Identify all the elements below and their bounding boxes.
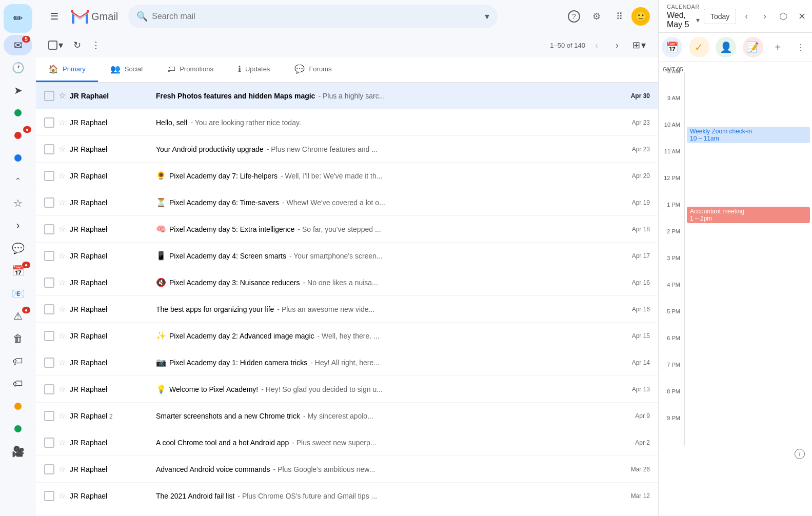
star-button[interactable]: ☆: [58, 277, 66, 287]
avatar[interactable]: 🙂: [631, 7, 650, 26]
email-row[interactable]: ☆ JR Raphael ⏳ Pixel Academy day 6: Time…: [36, 189, 658, 216]
star-button[interactable]: ☆: [58, 224, 66, 234]
star-button[interactable]: ☆: [58, 91, 66, 101]
tab-social[interactable]: 👥 Social: [98, 57, 155, 82]
email-row[interactable]: ☆ JR Raphael Hello, self - You are looki…: [36, 109, 658, 136]
email-row[interactable]: ☆ JR Raphael 🌻 Pixel Academy day 7: Life…: [36, 163, 658, 189]
sidebar-item-label-blue[interactable]: [4, 148, 32, 168]
settings-button[interactable]: ⚙: [586, 6, 607, 27]
sidebar-item-inbox[interactable]: ✉ 5: [4, 35, 32, 55]
star-button[interactable]: ☆: [58, 251, 66, 261]
email-checkbox[interactable]: [44, 464, 54, 474]
email-checkbox[interactable]: [44, 438, 54, 448]
search-input[interactable]: [152, 12, 481, 21]
email-row[interactable]: ☆ JR Raphael The 2021 Android fail list …: [36, 483, 658, 509]
sidebar-item-important[interactable]: ›: [4, 215, 32, 236]
email-checkbox[interactable]: [44, 491, 54, 501]
hamburger-button[interactable]: ☰: [44, 6, 65, 27]
calendar-add-button[interactable]: +: [769, 39, 786, 55]
email-row[interactable]: ☆ JR Raphael 🔇 Pixel Academy day 3: Nuis…: [36, 269, 658, 296]
search-dropdown-icon[interactable]: ▾: [485, 11, 489, 22]
calendar-date-dropdown-icon[interactable]: ▾: [696, 16, 700, 24]
sidebar-item-trash[interactable]: 🗑: [4, 328, 32, 349]
calendar-event[interactable]: Weekly Zoom check-in 10 – 11am: [687, 127, 810, 143]
calendar-next-button[interactable]: ›: [757, 8, 773, 25]
sidebar-item-label-green[interactable]: [4, 103, 32, 123]
sidebar-item-scheduled[interactable]: 📅 ●: [4, 261, 32, 281]
sidebar-item-all[interactable]: 📧: [4, 283, 32, 304]
email-checkbox[interactable]: [44, 384, 54, 394]
sidebar-item-sent[interactable]: ➤: [4, 80, 32, 101]
email-row[interactable]: ☆ JR Raphael 🧠 Pixel Academy day 5: Extr…: [36, 216, 658, 243]
star-button[interactable]: ☆: [58, 117, 66, 127]
email-checkbox[interactable]: [44, 117, 54, 128]
star-button[interactable]: ☆: [58, 331, 66, 341]
star-button[interactable]: ☆: [58, 304, 66, 314]
view-button[interactable]: ⊞ ▾: [628, 36, 650, 54]
sidebar-item-chat[interactable]: 💬: [4, 238, 32, 259]
email-checkbox[interactable]: [44, 224, 54, 234]
notes-app-icon[interactable]: 📝: [743, 37, 763, 57]
today-button[interactable]: Today: [704, 9, 736, 24]
refresh-button[interactable]: ↻: [69, 36, 85, 54]
tab-promotions[interactable]: 🏷 Promotions: [155, 57, 226, 82]
sidebar-item-spam[interactable]: ⚠ ●: [4, 306, 32, 326]
tasks-app-icon[interactable]: ✓: [689, 37, 709, 57]
sidebar-item-video[interactable]: 🎥: [4, 441, 32, 462]
people-app-icon[interactable]: 👤: [716, 37, 736, 57]
star-button[interactable]: ☆: [58, 411, 66, 421]
email-checkbox[interactable]: [44, 411, 54, 421]
email-checkbox[interactable]: [44, 171, 54, 181]
email-checkbox[interactable]: [44, 251, 54, 261]
email-row[interactable]: ☆ JR Raphael Fresh Photos features and h…: [36, 83, 658, 109]
sidebar-item-label-green2[interactable]: [4, 419, 32, 439]
star-button[interactable]: ☆: [58, 197, 66, 207]
calendar-prev-button[interactable]: ‹: [738, 8, 755, 25]
email-row[interactable]: ☆ JR Raphael 2 Smarter screenshots and a…: [36, 403, 658, 429]
tab-forums[interactable]: 💬 Forums: [282, 57, 344, 82]
star-button[interactable]: ☆: [58, 144, 66, 154]
sidebar-item-starred[interactable]: ☆: [4, 193, 32, 213]
sidebar-item-label-red[interactable]: ●: [4, 125, 32, 146]
calendar-close-button[interactable]: ✕: [794, 8, 810, 25]
calendar-info-button[interactable]: i: [791, 446, 808, 462]
star-button[interactable]: ☆: [58, 384, 66, 394]
star-button[interactable]: ☆: [58, 464, 66, 474]
calendar-open-external-button[interactable]: ⬡: [775, 8, 791, 25]
email-checkbox[interactable]: [44, 144, 54, 154]
email-checkbox[interactable]: [44, 331, 54, 341]
email-row[interactable]: ☆ JR Raphael 💡 Welcome to Pixel Academy!…: [36, 376, 658, 403]
star-button[interactable]: ☆: [58, 438, 66, 447]
email-row[interactable]: ☆ JR Raphael 📱 Pixel Academy day 4: Scre…: [36, 243, 658, 269]
email-checkbox[interactable]: [44, 277, 54, 288]
star-button[interactable]: ☆: [58, 171, 66, 181]
calendar-app-icon[interactable]: 📅: [662, 37, 682, 57]
email-checkbox[interactable]: [44, 358, 54, 368]
email-checkbox[interactable]: [44, 304, 54, 314]
select-all-button[interactable]: ▾: [44, 36, 67, 54]
email-row[interactable]: ☆ JR Raphael The best apps for organizin…: [36, 296, 658, 323]
email-checkbox[interactable]: [44, 197, 54, 208]
next-page-button[interactable]: ›: [608, 36, 626, 54]
star-button[interactable]: ☆: [58, 491, 66, 501]
email-row[interactable]: ☆ JR Raphael A cool Chrome tool and a ho…: [36, 429, 658, 456]
sidebar-item-tag2[interactable]: 🏷: [4, 373, 32, 394]
sidebar-item-collapse[interactable]: ⌃: [4, 170, 32, 191]
more-options-button[interactable]: ⋮: [87, 36, 105, 54]
star-button[interactable]: ☆: [58, 358, 66, 367]
apps-button[interactable]: ⠿: [609, 6, 629, 27]
prev-page-button[interactable]: ‹: [587, 36, 606, 54]
email-row[interactable]: ☆ JR Raphael 📷 Pixel Academy day 1: Hidd…: [36, 349, 658, 376]
sidebar-item-label-orange[interactable]: [4, 396, 32, 416]
calendar-event[interactable]: Accountant meeting 1 – 2pm: [687, 207, 810, 223]
email-row[interactable]: ☆ JR Raphael ✨ Pixel Academy day 2: Adva…: [36, 323, 658, 349]
email-row[interactable]: ☆ JR Raphael Your Android productivity u…: [36, 136, 658, 163]
sidebar-item-snoozed[interactable]: 🕐: [4, 57, 32, 78]
help-button[interactable]: ?: [564, 6, 584, 27]
email-checkbox[interactable]: [44, 91, 54, 101]
tab-updates[interactable]: ℹ Updates: [226, 57, 282, 82]
tab-primary[interactable]: 🏠 Primary: [36, 57, 98, 82]
compose-button[interactable]: ✏: [4, 4, 32, 33]
email-row[interactable]: ☆ JR Raphael Advanced Android voice comm…: [36, 456, 658, 483]
sidebar-item-tag1[interactable]: 🏷: [4, 351, 32, 371]
